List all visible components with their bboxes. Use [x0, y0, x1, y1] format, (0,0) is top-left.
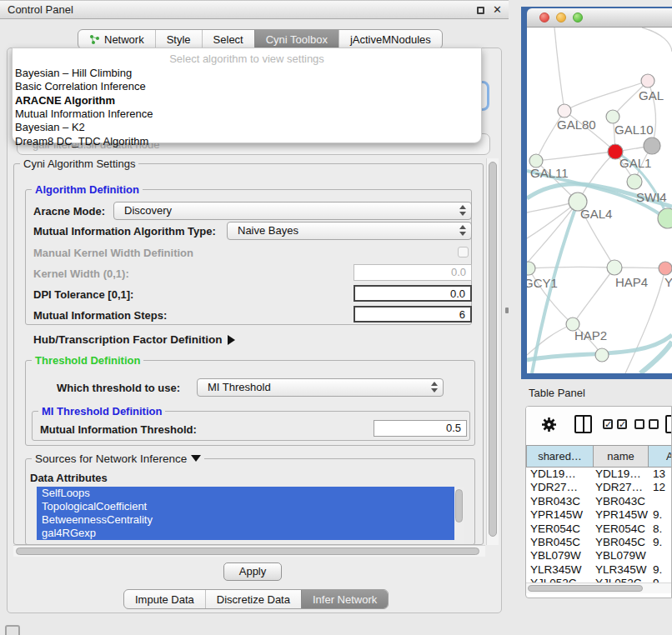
- network-node[interactable]: [606, 110, 619, 123]
- show-columns-icon[interactable]: [574, 415, 592, 433]
- screen: Control Panel ✕ Network Style Select Cyn…: [0, 0, 672, 635]
- kernel-width-field[interactable]: 0.0: [354, 264, 472, 281]
- network-node[interactable]: [627, 174, 642, 189]
- attribute-list-item[interactable]: TopologicalCoefficient: [37, 500, 464, 513]
- sources-title[interactable]: Sources for Network Inference: [32, 452, 204, 465]
- table-row[interactable]: YBR045CYBR045C9.: [526, 536, 672, 549]
- column-header-partial[interactable]: A: [649, 445, 672, 468]
- cyni-settings-title: Cyni Algorithm Settings: [20, 158, 138, 170]
- column-header-name[interactable]: name: [594, 445, 649, 468]
- gear-icon[interactable]: [541, 417, 557, 432]
- which-threshold-label: Which threshold to use:: [57, 382, 180, 394]
- float-window-icon[interactable]: [477, 7, 484, 14]
- network-node[interactable]: [558, 104, 571, 118]
- aracne-mode-combo[interactable]: Discovery: [113, 202, 472, 220]
- dpi-tolerance-label: DPI Tolerance [0,1]:: [33, 288, 133, 301]
- tab-infer-network[interactable]: Infer Network: [301, 590, 388, 608]
- control-panel-titlebar[interactable]: Control Panel ✕: [0, 0, 509, 19]
- zoom-traffic-light-icon[interactable]: [573, 12, 583, 22]
- mi-threshold-group-title: MI Threshold Definition: [38, 405, 165, 418]
- table-row[interactable]: YJL052CYJL052C9: [526, 577, 672, 582]
- table-row[interactable]: YDR27…YDR27…12: [526, 481, 672, 494]
- kernel-width-label: Kernel Width (0,1):: [33, 268, 129, 280]
- mi-type-combo[interactable]: Naive Bayes: [227, 222, 472, 240]
- attribute-list-item[interactable]: BetweennessCentrality: [37, 513, 464, 527]
- column-header-shared-name[interactable]: shared…: [526, 445, 594, 468]
- data-attributes-label: Data Attributes: [30, 472, 108, 484]
- algorithm-list-item[interactable]: Bayesian – K2: [15, 121, 85, 133]
- network-node[interactable]: [659, 262, 672, 275]
- tab-select[interactable]: Select: [202, 30, 254, 48]
- select-all-checkbox-icon[interactable]: ✓: [603, 419, 613, 429]
- deselect-all-checkbox-icon[interactable]: [634, 419, 644, 429]
- network-node[interactable]: [644, 138, 660, 154]
- control-panel-title: Control Panel: [0, 3, 73, 16]
- network-node[interactable]: [595, 348, 609, 362]
- network-node[interactable]: [607, 260, 622, 275]
- algorithm-dropdown-popup: Select algorithm to view settings Bayesi…: [12, 48, 482, 143]
- select-all-checkbox-icon[interactable]: ✓: [617, 419, 627, 429]
- table-row[interactable]: YLR345WYLR345W9.: [526, 563, 672, 577]
- table-header-row: shared… name A: [526, 445, 672, 468]
- network-node-label: GAL11: [530, 166, 569, 180]
- network-node-label: GAL4: [580, 207, 612, 221]
- manual-kernel-checkbox[interactable]: [458, 247, 469, 258]
- minimized-panel-icon[interactable]: [5, 625, 20, 635]
- settings-horizontal-scrollbar[interactable]: [13, 545, 485, 557]
- network-node[interactable]: [658, 208, 672, 228]
- algorithm-list-item[interactable]: Bayesian – Hill Climbing: [15, 67, 132, 79]
- network-node-label: GAL1: [619, 156, 651, 170]
- mi-steps-label: Mutual Information Steps:: [33, 309, 167, 322]
- chevron-down-icon: [191, 455, 201, 462]
- network-node-label: HAP2: [574, 328, 607, 342]
- algorithm-list-item[interactable]: Basic Correlation Inference: [15, 80, 146, 92]
- tab-network-label: Network: [104, 33, 144, 46]
- network-node-label: GAL10: [614, 122, 654, 137]
- attribute-list-item[interactable]: SelfLoops: [37, 487, 464, 500]
- network-window-titlebar[interactable]: [527, 8, 672, 28]
- tab-network[interactable]: Network: [78, 30, 155, 48]
- table-panel-title: Table Panel: [529, 387, 585, 399]
- algorithm-list-item[interactable]: Mutual Information Inference: [15, 108, 153, 120]
- mi-steps-field[interactable]: 6: [354, 306, 472, 322]
- dpi-tolerance-field[interactable]: 0.0: [354, 285, 472, 302]
- apply-button[interactable]: Apply: [223, 562, 282, 581]
- attribute-list-item[interactable]: gal4RGexp: [37, 527, 464, 540]
- table-row[interactable]: YER054CYER054C8.: [526, 522, 672, 536]
- network-node-label: HAP4: [615, 275, 648, 289]
- tab-jactivemnodules[interactable]: jActiveMNodules: [339, 30, 442, 48]
- table-row[interactable]: YBL079WYBL079W: [526, 549, 672, 562]
- which-threshold-combo[interactable]: MI Threshold: [197, 378, 444, 397]
- settings-vertical-scrollbar[interactable]: [486, 158, 499, 545]
- tab-impute-data[interactable]: Impute Data: [124, 590, 205, 608]
- panel-splitter-handle[interactable]: [505, 308, 509, 313]
- deselect-all-checkbox-icon[interactable]: [649, 419, 659, 429]
- algorithm-list-item[interactable]: Dream8 DC_TDC Algorithm: [15, 135, 148, 148]
- attributes-scrollbar[interactable]: [454, 487, 464, 544]
- manual-kernel-label: Manual Kernel Width Definition: [33, 247, 193, 259]
- mi-threshold-field[interactable]: 0.5: [374, 420, 467, 437]
- table-toolbar: ✓ ✓: [526, 407, 671, 445]
- export-table-icon[interactable]: [665, 415, 672, 433]
- data-attributes-list[interactable]: SelfLoopsTopologicalCoefficientBetweenne…: [37, 487, 464, 544]
- chevron-right-icon: [228, 335, 235, 345]
- table-rows[interactable]: YDL19…YDL19…13YDR27…YDR27…12YBR043CYBR04…: [526, 468, 672, 582]
- close-traffic-light-icon[interactable]: [539, 12, 549, 22]
- network-node-label: Y: [664, 275, 672, 289]
- table-row[interactable]: YBR043CYBR043C: [526, 495, 672, 508]
- network-canvas[interactable]: GALGAL80GAL10GAL1GAL11SWI4GAL4GCY1HAP4YH…: [527, 28, 672, 373]
- minimize-traffic-light-icon[interactable]: [556, 12, 566, 22]
- tab-discretize-data[interactable]: Discretize Data: [205, 590, 301, 608]
- table-row[interactable]: YPR145WYPR145W9.: [526, 508, 672, 522]
- tab-style[interactable]: Style: [155, 30, 202, 48]
- hub-definition-toggle[interactable]: Hub/Transcription Factor Definition: [33, 333, 235, 346]
- table-horizontal-scrollbar[interactable]: [526, 582, 672, 593]
- network-node[interactable]: [641, 74, 654, 88]
- network-node-label: SWI4: [636, 190, 667, 204]
- close-icon[interactable]: ✕: [493, 3, 502, 16]
- network-window: GALGAL80GAL10GAL1GAL11SWI4GAL4GCY1HAP4YH…: [521, 7, 672, 379]
- table-row[interactable]: YDL19…YDL19…13: [526, 468, 672, 481]
- algorithm-list-item[interactable]: ARACNE Algorithm: [15, 94, 115, 107]
- network-node[interactable]: [527, 262, 535, 275]
- tab-cyni-toolbox[interactable]: Cyni Toolbox: [254, 30, 339, 48]
